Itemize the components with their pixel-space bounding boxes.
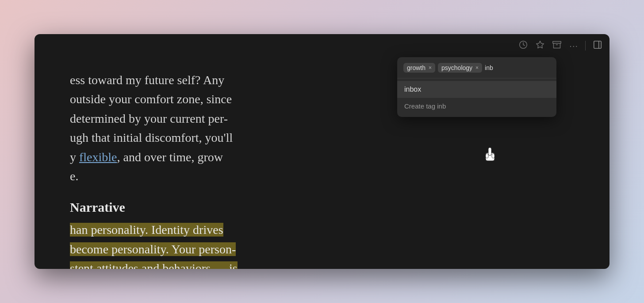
toolbar-icons: ··· (519, 40, 578, 51)
article-line-1: ess toward my future self? Any (70, 70, 335, 89)
article-line-4: ugh that initial discomfort, you'll (70, 128, 335, 147)
article-line-3: determined by your current per- (70, 109, 335, 128)
svg-rect-2 (553, 41, 561, 43)
svg-marker-1 (537, 41, 544, 48)
narrative-line-3-highlighted: stent attitudes and behaviors — is (70, 261, 238, 269)
toolbar-divider (585, 41, 586, 50)
star-icon[interactable] (536, 40, 544, 51)
more-icon[interactable]: ··· (569, 41, 578, 51)
tag-chip-psychology: psychology × (438, 63, 482, 73)
create-prefix: Create tag (404, 102, 437, 110)
tag-search-input[interactable] (485, 64, 550, 71)
history-icon[interactable] (519, 40, 528, 51)
narrative-line-2: become personality. Your person- (70, 240, 335, 259)
narrative-line-1: han personality. Identity drives (70, 220, 335, 239)
tag-chip-growth: growth × (403, 63, 435, 73)
create-value: inb (437, 102, 446, 110)
svg-rect-4 (594, 41, 602, 48)
article-line-5-before: y (70, 150, 79, 164)
tag-dropdown: growth × psychology × inbox Create tag i… (397, 57, 556, 117)
section-heading: Narrative (70, 200, 610, 215)
article-body: ess toward my future self? Any outside y… (70, 70, 335, 186)
dropdown-create[interactable]: Create tag inb (397, 98, 556, 114)
article-link-flexible[interactable]: flexible (79, 150, 117, 164)
article-line-6: e. (70, 167, 335, 186)
tag-chip-growth-label: growth (407, 64, 426, 71)
dropdown-item-inbox[interactable]: inbox (397, 81, 556, 98)
article-line-2: outside your comfort zone, since (70, 89, 335, 109)
toolbar: ··· (34, 34, 610, 57)
app-window: ··· growth × psychology × inbox Cre (34, 34, 610, 269)
article-line-5-after: , and over time, grow (117, 150, 223, 164)
narrative-line-2-highlighted: become personality. Your person- (70, 242, 236, 256)
tag-input-row[interactable]: growth × psychology × (397, 57, 556, 78)
narrative-line-3: stent attitudes and behaviors — is (70, 259, 335, 269)
dropdown-list: inbox Create tag inb (397, 78, 556, 117)
article-line-5: y flexible, and over time, grow (70, 148, 335, 167)
sidebar-toggle-icon[interactable] (593, 40, 602, 52)
narrative-line-1-highlighted: han personality. Identity drives (70, 223, 223, 237)
archive-icon[interactable] (552, 40, 561, 51)
article-narrative: han personality. Identity drives become … (70, 220, 335, 269)
tag-chip-psychology-remove[interactable]: × (475, 65, 479, 71)
tag-chip-growth-remove[interactable]: × (429, 65, 432, 71)
tag-chip-psychology-label: psychology (441, 64, 472, 71)
